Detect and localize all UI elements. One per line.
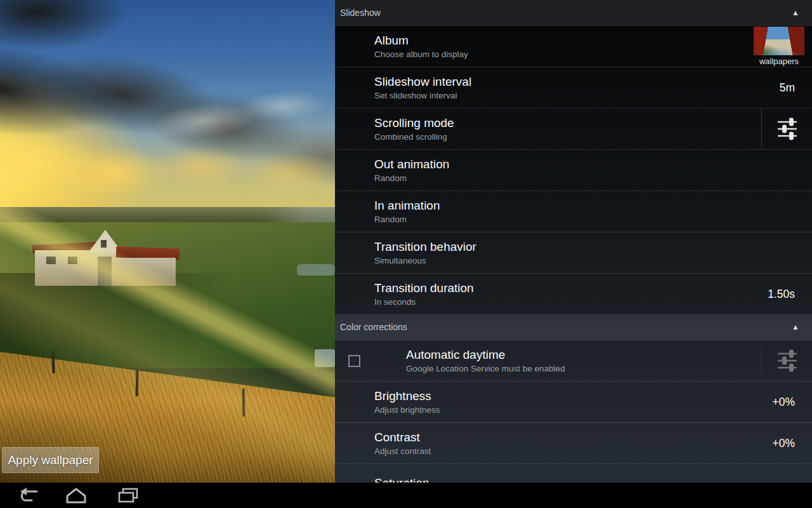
settings-panel: Slideshow ▲ Album Choose album to displa… [335,0,812,483]
setting-title: Transition duration [374,281,768,296]
setting-value: 5m [780,81,795,95]
marsh-water [297,264,335,276]
setting-value: +0% [772,396,795,409]
setting-subtitle: Random [374,173,812,183]
setting-row-transition-duration[interactable]: Transition duration In seconds 1.50s [335,273,812,314]
sliders-icon[interactable] [761,109,812,149]
setting-value: 1.50s [768,288,795,301]
setting-subtitle: Google Location Service must be enabled [406,364,761,373]
setting-row-transition-behavior[interactable]: Transition behavior Simultaneous [335,232,812,273]
collapse-arrow-icon[interactable]: ▲ [792,8,799,17]
home-button[interactable] [63,486,89,504]
setting-title: Out animation [374,157,812,172]
setting-row-in-animation[interactable]: In animation Random [335,190,812,232]
section-header-color-corrections[interactable]: Color corrections ▲ [335,314,812,340]
section-header-label: Color corrections [340,322,407,332]
setting-row-automatic-daytime[interactable]: Automatic daytime Google Location Servic… [335,340,812,381]
collapse-arrow-icon[interactable]: ▲ [792,323,799,331]
golden-clouds [0,121,335,210]
sliders-icon-disabled [761,340,812,381]
screen: Apply wallpaper Slideshow ▲ Album Choose… [0,0,812,508]
wallpaper-preview: Apply wallpaper [0,0,335,483]
setting-subtitle: Simultaneous [374,256,812,265]
album-thumbnail [754,27,804,55]
apply-wallpaper-button[interactable]: Apply wallpaper [2,447,99,473]
setting-title: Transition behavior [374,240,812,255]
setting-row-scrolling-mode[interactable]: Scrolling mode Combined scrolling [335,108,812,149]
setting-title: Automatic daytime [406,348,761,363]
section-header-label: Slideshow [340,8,381,18]
setting-title: Contrast [374,431,772,445]
system-bar: 23:38 98 [0,483,812,508]
setting-title: Scrolling mode [374,116,761,131]
setting-title: Saturation [374,476,812,483]
back-button[interactable] [14,486,42,504]
setting-subtitle: Adjust brightness [374,405,772,415]
setting-row-slideshow-interval[interactable]: Slideshow interval Set slideshow interva… [335,67,812,108]
setting-title: Album [374,34,754,48]
setting-subtitle: Combined scrolling [374,132,761,142]
setting-subtitle: Set slideshow interval [374,91,780,100]
setting-row-saturation-partial[interactable]: Saturation [335,464,812,483]
setting-title: In animation [374,199,812,213]
album-caption: wallpapers [754,57,804,66]
setting-value: +0% [772,437,795,450]
setting-subtitle: Random [374,215,812,224]
setting-title: Brightness [374,389,772,404]
automatic-daytime-checkbox[interactable] [348,355,360,367]
setting-row-album[interactable]: Album Choose album to display wallpapers [335,25,812,67]
recents-button[interactable] [115,486,141,504]
setting-title: Slideshow interval [374,75,780,90]
setting-subtitle: Adjust contrast [374,446,772,456]
section-header-slideshow[interactable]: Slideshow ▲ [335,0,812,25]
setting-row-contrast[interactable]: Contrast Adjust contrast +0% [335,422,812,464]
setting-subtitle: In seconds [374,297,768,307]
setting-row-out-animation[interactable]: Out animation Random [335,149,812,190]
album-widget: wallpapers [754,27,804,66]
setting-row-brightness[interactable]: Brightness Adjust brightness +0% [335,381,812,422]
setting-subtitle: Choose album to display [374,50,754,59]
